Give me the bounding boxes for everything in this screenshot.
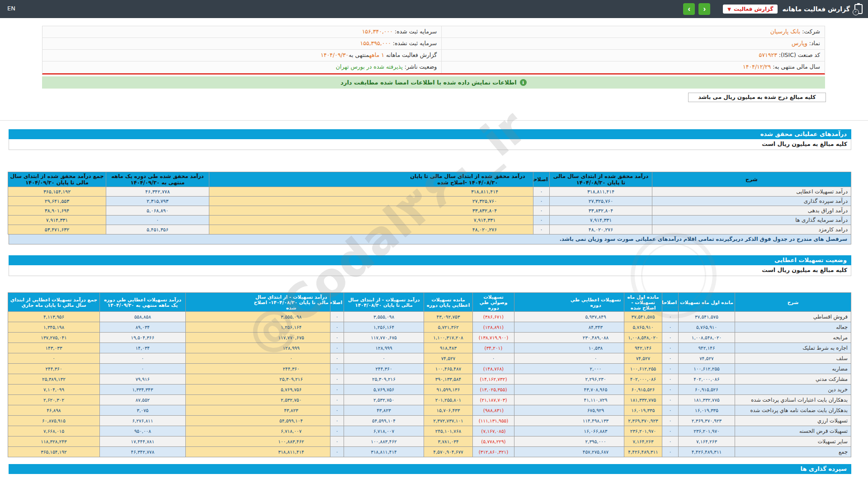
value-cell: ۲۳۶,۲۰۱,۹۷۰ [679, 426, 735, 436]
value-cell: ۰ [662, 343, 679, 353]
company-info-table: شرکت: بانک پارسیانسرمایه ثبت شده: ۱۵۶,۳۴… [42, 26, 825, 75]
value-cell: (۷,۱۶۷,۰۸۵) [473, 426, 514, 436]
info-value: ۵۷۱۹۲۳ [759, 52, 777, 58]
row-label: مرابحه [735, 333, 851, 343]
report-type-dropdown-label: گزارش فعالیت [734, 6, 773, 12]
value-cell: ۲,۵۳۲,۷۵۰ [186, 395, 330, 405]
value-cell: ۱۱۸,۳۲۸,۲۴۳ [8, 436, 100, 447]
value-cell: ۰ [662, 312, 679, 322]
company-info-cell: سرمایه ثبت شده: ۱۵۶,۳۴۰,۰۰۰ [42, 26, 441, 38]
value-cell: ۲,۶۲۰,۳۰۲ [8, 395, 100, 405]
value-cell: ۱۲۸,۹۹۹ [344, 343, 424, 353]
value-cell: ۵,۷۶۵,۹۱۰ [679, 322, 735, 333]
value-cell: ۵,۷۶۹,۷۵۶ [186, 385, 330, 395]
value-cell: (۱۲۸,۸۹۱) [473, 322, 514, 333]
column-header: تسهیلات اعطایي طي دوره [514, 293, 624, 312]
value-cell: ۹۴۲,۱۴۶ [624, 343, 662, 353]
prev-report-button[interactable]: ‹ [698, 3, 710, 15]
value-cell: ۰ [186, 353, 330, 364]
value-cell: ۰ [330, 426, 344, 436]
value-cell: ۱۰۰,۴۶۵,۴۸۷ [424, 364, 473, 374]
value-cell: ۲۴۵,۱۰۱,۷۶۸ [424, 426, 473, 436]
language-toggle[interactable]: EN [7, 5, 15, 12]
value-cell: ۱۰,۵۳۸ [514, 343, 624, 353]
value-cell: ۰ [662, 333, 679, 343]
top-bar: گزارش فعالیت ماهانه گزارش فعالیت ▼ ‹ › E… [0, 0, 868, 18]
value-cell: ۱۱۷,۷۷۰,۶۷۵ [186, 333, 330, 343]
report-clipboard-icon [854, 4, 863, 14]
value-cell: ۰ [533, 206, 550, 216]
chevron-down-icon: ▼ [727, 7, 731, 12]
value-cell: ۲,۳۶۹,۳۷۰,۹۲۳ [624, 416, 662, 426]
info-value: بانک پارسیان [770, 28, 801, 35]
table-row: درآمد اوراق بدهی۳۳,۸۳۲,۸۰۴۰۳۳,۸۳۲,۸۰۴۵,۰… [8, 206, 851, 216]
value-cell: ۷۹,۹۱۶ [100, 374, 186, 385]
column-header: درآمد تسهیلات اعطایي طي دوره یک ماهه منت… [100, 293, 186, 312]
info-label: گزارش فعالیت ماهانه [384, 52, 437, 58]
value-cell: ۲۴۴,۳۶۰ [186, 364, 330, 374]
value-cell: ۱۳۷,۲۷۵,۰۴۱ [8, 333, 100, 343]
company-info-cell: نماد: وپارس [441, 38, 825, 49]
value-cell: ۱۵,۷۰۶,۴۳۳ [424, 405, 473, 416]
company-info-row: شرکت: بانک پارسیانسرمایه ثبت شده: ۱۵۶,۳۴… [42, 26, 825, 38]
value-cell: ۰ [330, 395, 344, 405]
value-cell: ۲,۲۹۶,۲۳۰ [514, 374, 624, 385]
column-header: تسهیلات وصولي طي دوره [473, 293, 514, 312]
value-cell: ۳۸,۹۰۱,۶۹۴ [8, 206, 106, 216]
value-cell: ۱۹,۵۰۴,۳۶۶ [100, 333, 186, 343]
info-label: سرمایه ثبت نشده: [391, 40, 437, 47]
value-cell: ۹۱۸,۴۸۳ [424, 343, 473, 353]
info-value: ۱ ماهه [369, 52, 384, 58]
value-cell: ۰ [330, 405, 344, 416]
value-cell: ۳۱۸,۸۱۱,۴۱۴ [209, 187, 533, 197]
info-label: سرمایه ثبت شده: [393, 28, 437, 35]
next-report-button[interactable]: › [683, 3, 695, 15]
value-cell: ۴,۵۷۰,۹۰۴,۶۷۷ [424, 447, 473, 457]
value-cell: ۰ [662, 353, 679, 364]
report-type-dropdown[interactable]: گزارش فعالیت ▼ [723, 5, 778, 14]
value-cell: ۴۸,۰۲۰,۲۷۶ [550, 225, 652, 235]
value-cell: ۰ [330, 374, 344, 385]
column-header: جمع درآمد تسهیلات اعطایي از ابتداي سال م… [8, 293, 100, 312]
value-cell: ۷,۶۶۸,۰۱۵ [8, 426, 100, 436]
value-cell: ۳۱۸,۸۱۱,۴۱۴ [344, 447, 424, 457]
signed-info-notice-text: اطلاعات نمایش داده شده با اطلاعات امضا ش… [340, 79, 517, 86]
value-cell: ۲,۵۳۲,۷۵۰ [344, 395, 424, 405]
company-info-cell: سرمایه ثبت نشده: ۱۵۵,۳۹۵,۰۰۰ [42, 38, 441, 49]
company-info-row: سال مالی منتهی به: ۱۴۰۴/۱۲/۲۹وضعیت ناشر:… [42, 61, 825, 73]
value-cell: ۴,۴۲۶,۴۸۹,۳۱۱ [679, 447, 735, 457]
value-cell: ۶۷۵,۹۲۹ [514, 405, 624, 416]
value-cell: (۹۸۸,۸۳۱) [473, 405, 514, 416]
value-cell: ۱۴۳,۰۳۳ [8, 343, 100, 353]
value-cell: ۴۵۷,۲۷۵,۶۸۷ [514, 447, 624, 457]
value-cell: ۹۵۰,۰۰۸ [100, 426, 186, 436]
info-label: سال مالی منتهی به: [771, 63, 820, 70]
table-row: سلف۷۴,۵۲۷۰۷۴,۵۲۷۰۰۷۴,۵۲۷۰۰۰۰۰ [8, 353, 851, 364]
value-cell: ۰ [344, 353, 424, 364]
value-cell: ۲۵,۳۰۹,۲۱۶ [186, 374, 330, 385]
column-header: درآمد محقق شده طی دوره یک ماهه منتهی به … [106, 172, 209, 187]
row-label: فروش اقساطي [735, 312, 851, 322]
row-label: بدهکاران بابت اعتبارات اسنادي پرداخت شده [735, 395, 851, 405]
value-cell: ۰ [662, 374, 679, 385]
value-cell: ۴۶,۸۹۸ [8, 405, 100, 416]
value-cell: (۳۸۶,۶۷۱) [473, 312, 514, 322]
section-header-deposits: سپرده گذاری ها [9, 464, 851, 474]
value-cell: ۴۶,۳۴۲,۷۷۸ [106, 187, 209, 197]
value-cell: ۰ [330, 312, 344, 322]
value-cell: ۴۰۲,۰۰۰,۰۸۶ [679, 374, 735, 385]
value-cell: ۲,۰۰۰ [514, 364, 624, 374]
table-row: بدهکاران بابت ضمانت نامه هاي پرداخت شده۱… [8, 405, 851, 416]
value-cell: ۳۷,۵۴۱,۵۷۵ [679, 312, 735, 322]
table-row: تسهیلات ارزي۲,۳۶۹,۳۷۰,۹۲۳۰۲,۳۶۹,۳۷۰,۹۲۳۱… [8, 416, 851, 426]
row-label: سلف [735, 353, 851, 364]
value-cell: ۰ [662, 426, 679, 436]
info-label: منتهی به [349, 52, 369, 58]
value-cell: ۵,۷۶۵,۹۱۰ [624, 322, 662, 333]
value-cell: ۶۰,۹۱۵,۵۲۶ [624, 385, 662, 395]
column-header: درآمد تسهیلات - از ابتداي سال مالي تا پا… [186, 293, 330, 312]
value-cell: ۰ [330, 353, 344, 364]
value-cell: ۱۸۱,۳۳۲,۷۷۵ [679, 395, 735, 405]
column-header: اصلاحات [330, 293, 344, 312]
column-header: مانده اول ماه تسهیلات [679, 293, 735, 312]
